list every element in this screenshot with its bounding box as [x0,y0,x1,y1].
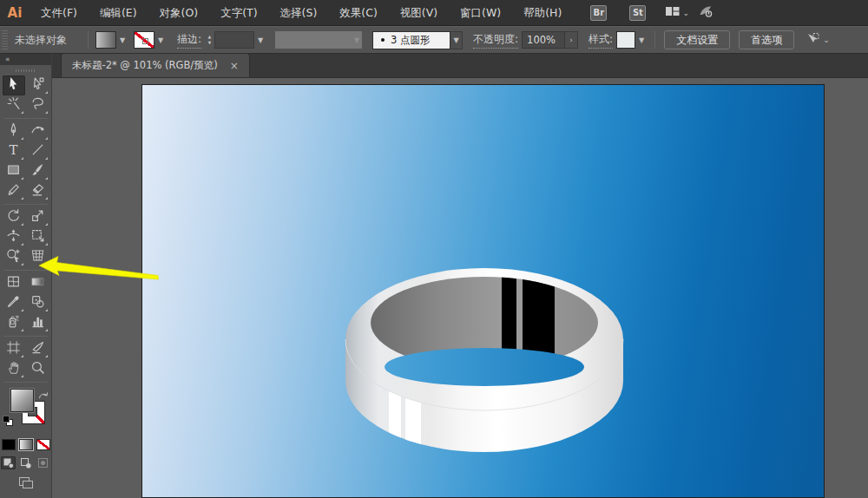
symbol-sprayer-tool[interactable] [3,313,25,333]
menu-edit[interactable]: 编辑(E) [89,0,148,25]
zoom-tool[interactable] [27,359,49,379]
menu-bar: Ai 文件(F)编辑(E)对象(O)文字(T)选择(S)效果(C)视图(V)窗口… [0,0,868,26]
tools-panel-collapse[interactable]: « [0,54,51,65]
menu-help[interactable]: 帮助(H) [512,0,573,25]
artboard-tool[interactable] [3,339,25,359]
menu-object[interactable]: 对象(O) [148,0,210,25]
document-setup-button[interactable]: 文档设置 [664,30,730,49]
arrange-documents-button[interactable]: ⌄ [665,4,689,21]
draw-inside-button[interactable] [36,456,50,469]
free-transform-tool[interactable] [27,227,49,247]
gradient-tool[interactable] [27,273,49,293]
eraser-tool[interactable] [27,181,49,201]
brush-definition-dropdown[interactable]: ▼ [450,31,463,49]
none-swatch-button[interactable] [36,439,50,450]
paintbrush-tool[interactable] [27,161,49,181]
stroke-weight-input[interactable] [214,31,254,49]
illustrator-window: Ai 文件(F)编辑(E)对象(O)文字(T)选择(S)效果(C)视图(V)窗口… [0,0,868,498]
bridge-button[interactable]: Br [590,5,607,21]
fill-stroke-control [0,387,52,436]
fill-color-dropdown[interactable]: ▼ [116,31,128,49]
document-tab-bar: 未标题-2* @ 101% (RGB/预览) × [52,54,868,78]
screen-mode-button[interactable] [18,476,34,493]
fill-proxy-swatch[interactable] [10,389,34,412]
lasso-tool[interactable] [27,95,49,115]
tool-group-divider [3,270,48,271]
gpu-performance-button[interactable] [697,4,714,22]
direct-selection-tool[interactable] [27,75,49,95]
slice-icon [30,340,45,358]
hand-tool[interactable] [3,359,25,379]
menu-effect[interactable]: 效果(C) [328,0,388,25]
document-tab[interactable]: 未标题-2* @ 101% (RGB/预览) × [61,53,250,77]
draw-normal-button[interactable] [1,456,16,469]
draw-behind-button[interactable] [18,456,33,469]
opacity-panel-button[interactable]: › [565,31,578,49]
menu-select[interactable]: 选择(S) [269,0,329,25]
curvature-icon [30,122,45,141]
divider [88,31,89,49]
default-fill-stroke-icon[interactable] [3,416,13,426]
eyedropper-tool[interactable] [3,293,25,313]
stroke-weight-stepper[interactable]: ▲▼ [205,31,214,49]
magic-wand-icon [6,96,21,115]
tool-group-divider [3,336,48,337]
tool-group-divider [3,118,48,119]
rotate-tool[interactable] [3,207,25,227]
preferences-button[interactable]: 首选项 [739,30,794,49]
selection-tool[interactable] [3,75,25,95]
shaper-tool[interactable] [3,181,25,201]
stroke-color-swatch[interactable] [134,31,155,49]
rectangle-icon [6,162,21,180]
graphic-style-swatch[interactable] [616,31,635,49]
tool-group-divider [3,382,48,383]
document-viewport[interactable] [52,78,868,498]
column-graph-tool[interactable] [27,313,49,333]
menu-type[interactable]: 文字(T) [209,0,268,25]
opacity-input[interactable]: 100% [522,31,565,49]
drawing-modes [0,456,51,469]
type-tool[interactable]: T [3,141,25,161]
style-label[interactable]: 样式: [589,32,613,49]
rotate-icon [6,208,21,226]
curvature-tool[interactable] [27,121,49,141]
canvas-pane: 未标题-2* @ 101% (RGB/预览) × [52,54,868,498]
brush-definition-value[interactable]: 3 点圆形 [372,31,450,49]
menu-window[interactable]: 窗口(W) [449,0,512,25]
color-mode-swatches [0,439,51,450]
document-tab-title: 未标题-2* @ 101% (RGB/预览) [72,59,218,72]
divider [654,31,655,49]
rectangle-tool[interactable] [3,161,25,181]
line-segment-tool[interactable] [27,141,49,161]
chevron-down-icon: ⌄ [823,36,830,44]
fill-color-swatch[interactable] [95,31,116,49]
shape-builder-tool[interactable] [3,247,25,267]
menu-view[interactable]: 视图(V) [389,0,449,25]
stroke-weight-dropdown[interactable]: ▼ [254,31,266,49]
stock-button[interactable]: St [629,5,646,21]
tools-panel-grip[interactable] [16,69,36,72]
stroke-color-dropdown[interactable]: ▼ [155,31,167,49]
blend-tool[interactable] [27,293,49,313]
graphic-style-dropdown[interactable]: ▼ [635,31,648,49]
opacity-label[interactable]: 不透明度: [473,32,518,49]
width-tool[interactable] [3,227,25,247]
select-similar-control[interactable]: ⌄ [806,32,830,48]
magic-wand-tool[interactable] [3,95,25,115]
free-transform-icon [30,228,45,246]
gradient-swatch-button[interactable] [19,439,33,450]
mesh-tool[interactable] [3,273,25,293]
menu-file[interactable]: 文件(F) [30,0,89,25]
gradient-icon [30,274,45,292]
variable-width-profile-dropdown: ▼ [275,31,362,49]
stroke-weight-label[interactable]: 描边: [177,32,201,49]
perspective-grid-tool[interactable] [27,247,49,267]
pen-tool[interactable] [3,121,25,141]
artboard[interactable] [141,84,825,498]
ring-artwork[interactable] [142,85,825,498]
tab-close-icon[interactable]: × [230,61,239,71]
control-bar-grip[interactable] [2,30,8,49]
slice-tool[interactable] [27,339,49,359]
scale-tool[interactable] [27,207,49,227]
color-swatch-button[interactable] [2,439,16,450]
